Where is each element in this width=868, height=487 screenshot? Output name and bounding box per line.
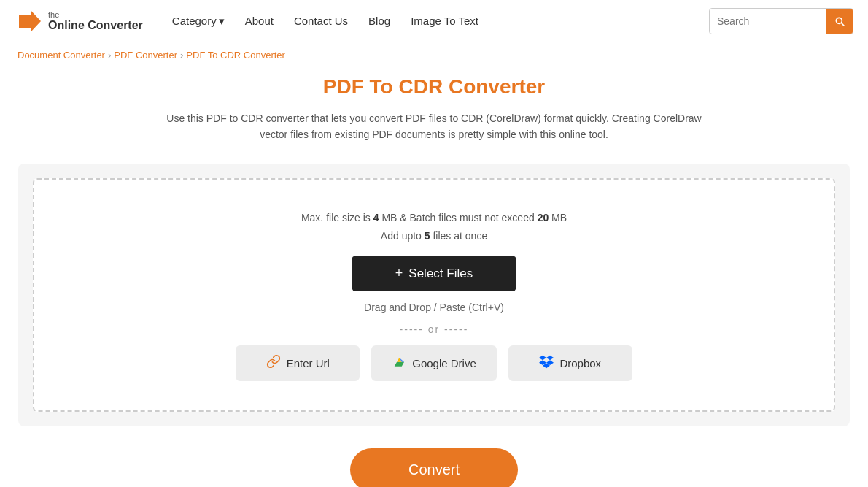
or-divider: ----- or -----: [400, 323, 469, 335]
page-title: PDF To CDR Converter: [323, 75, 545, 99]
logo-main-text: Online Converter: [48, 19, 143, 32]
plus-icon: +: [395, 266, 403, 281]
main-content: PDF To CDR Converter Use this PDF to CDR…: [0, 68, 868, 487]
google-drive-label: Google Drive: [412, 357, 476, 369]
nav-image-to-text[interactable]: Image To Text: [411, 15, 478, 27]
logo[interactable]: the Online Converter: [15, 7, 143, 35]
drag-drop-text: Drag and Drop / Paste (Ctrl+V): [364, 302, 504, 313]
logo-the-text: the: [48, 10, 143, 19]
page-description: Use this PDF to CDR converter that lets …: [157, 110, 711, 143]
dropbox-label: Dropbox: [559, 357, 601, 369]
logo-text: the Online Converter: [48, 10, 143, 32]
search-input[interactable]: [710, 15, 826, 27]
breadcrumb-current[interactable]: PDF To CDR Converter: [186, 50, 285, 61]
logo-icon: [15, 7, 42, 35]
breadcrumb-sep-2: ›: [180, 50, 183, 61]
search-button[interactable]: [826, 8, 853, 34]
google-drive-icon: [392, 354, 406, 372]
select-files-button[interactable]: + Select Files: [352, 256, 516, 291]
files-count-text: Add upto 5 files at once: [301, 227, 567, 245]
enter-url-label: Enter Url: [287, 357, 330, 369]
file-info: Max. file size is 4 MB & Batch files mus…: [301, 209, 567, 245]
nav-category[interactable]: Category ▾: [172, 15, 225, 28]
nav-contact[interactable]: Contact Us: [294, 15, 348, 27]
cloud-buttons: Enter Url Google Drive: [49, 345, 819, 381]
dropbox-icon: [539, 354, 554, 372]
breadcrumb-pdf-converter[interactable]: PDF Converter: [114, 50, 177, 61]
google-drive-button[interactable]: Google Drive: [371, 345, 497, 381]
chevron-down-icon: ▾: [219, 15, 225, 28]
link-icon: [266, 354, 281, 372]
dropbox-button[interactable]: Dropbox: [508, 345, 632, 381]
breadcrumb: Document Converter › PDF Converter › PDF…: [0, 42, 868, 68]
search-icon: [834, 15, 845, 27]
convert-button[interactable]: Convert: [350, 448, 518, 487]
breadcrumb-sep-1: ›: [108, 50, 111, 61]
enter-url-button[interactable]: Enter Url: [236, 345, 360, 381]
convert-btn-area: Convert: [350, 448, 518, 487]
header: the Online Converter Category ▾ About Co…: [0, 0, 868, 42]
nav-about[interactable]: About: [245, 15, 274, 27]
nav-blog[interactable]: Blog: [368, 15, 390, 27]
upload-container: Max. file size is 4 MB & Batch files mus…: [18, 164, 850, 426]
breadcrumb-document-converter[interactable]: Document Converter: [18, 50, 105, 61]
search-bar: [709, 8, 853, 34]
upload-box: Max. file size is 4 MB & Batch files mus…: [33, 178, 835, 412]
main-nav: Category ▾ About Contact Us Blog Image T…: [172, 15, 709, 28]
select-files-label: Select Files: [408, 266, 473, 281]
max-file-size-text: Max. file size is 4 MB & Batch files mus…: [301, 209, 567, 227]
